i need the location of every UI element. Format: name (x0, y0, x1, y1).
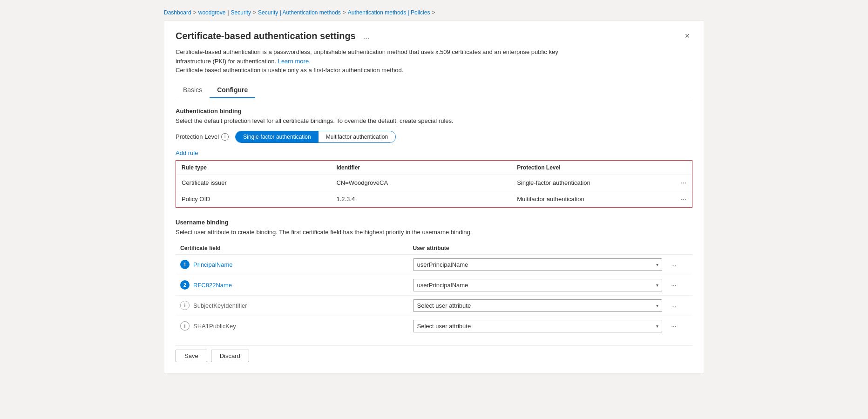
breadcrumb-policies[interactable]: Authentication methods | Policies (348, 9, 430, 16)
ub-row-actions-3[interactable]: ··· (667, 316, 693, 336)
ub-cert-field-2: iSubjectKeyIdentifier (176, 295, 408, 316)
cert-badge-3: i (180, 321, 190, 331)
cert-field-text-3: SHA1PublicKey (193, 323, 236, 330)
footer-buttons: Save Discard (176, 345, 692, 362)
breadcrumb-dashboard[interactable]: Dashboard (164, 9, 191, 16)
cert-badge-2: i (180, 301, 190, 310)
protection-level-label: Protection Level i (176, 133, 229, 141)
table-row: Policy OID 1.2.3.4 Multifactor authentic… (176, 191, 692, 207)
col-user-attr: User attribute (408, 242, 667, 255)
ub-table-row: iSHA1PublicKeySelect user attribute▾··· (176, 316, 692, 336)
ub-user-attr-0: userPrincipalName▾ (408, 254, 667, 275)
cert-badge-0: 1 (180, 260, 190, 269)
ub-table-row: 1PrincipalNameuserPrincipalName▾··· (176, 254, 692, 275)
main-panel: Certificate-based authentication setting… (164, 20, 704, 374)
tabs-bar: Basics Configure (176, 82, 692, 98)
panel-header-left: Certificate-based authentication setting… (176, 31, 372, 41)
protection-toggle-group: Single-factor authentication Multifactor… (235, 131, 396, 143)
username-binding-section: Username binding Select user attribute t… (176, 219, 692, 336)
col-header-identifier: Identifier (331, 161, 511, 175)
panel-header: Certificate-based authentication setting… (176, 30, 692, 42)
identifier-2: 1.2.3.4 (331, 191, 511, 207)
close-button[interactable]: × (682, 30, 692, 42)
info-icon[interactable]: i (221, 133, 229, 141)
col-header-actions (666, 161, 692, 175)
add-rule-link[interactable]: Add rule (176, 149, 198, 156)
ub-row-actions-2[interactable]: ··· (667, 295, 693, 316)
ellipsis-button[interactable]: ... (360, 31, 372, 41)
ub-cert-field-1: 2RFC822Name (176, 275, 408, 295)
discard-button[interactable]: Discard (211, 350, 249, 362)
ub-table-row: 2RFC822NameuserPrincipalName▾··· (176, 275, 692, 295)
ub-table-row: iSubjectKeyIdentifierSelect user attribu… (176, 295, 692, 316)
ub-user-attr-1: userPrincipalName▾ (408, 275, 667, 295)
auth-binding-title: Authentication binding (176, 108, 692, 115)
ub-cert-field-0: 1PrincipalName (176, 254, 408, 275)
ub-row-actions-1[interactable]: ··· (667, 275, 693, 295)
breadcrumb-security[interactable]: Security (231, 9, 251, 16)
rules-table: Rule type Identifier Protection Level Ce… (176, 161, 692, 207)
ub-user-attr-2: Select user attribute▾ (408, 295, 667, 316)
breadcrumb-woodgrove[interactable]: woodgrove (198, 9, 226, 16)
desc-main: Certificate-based authentication is a pa… (176, 48, 558, 65)
cert-badge-1: 2 (180, 280, 190, 290)
tab-configure[interactable]: Configure (210, 82, 255, 98)
user-attr-select-0[interactable]: userPrincipalName (413, 258, 662, 271)
cert-field-link-1[interactable]: RFC822Name (193, 282, 232, 289)
rule-type-1: Certificate issuer (176, 175, 331, 191)
col-cert-field: Certificate field (176, 242, 408, 255)
username-binding-title: Username binding (176, 219, 692, 226)
ub-cert-field-3: iSHA1PublicKey (176, 316, 408, 336)
identifier-1: CN=WoodgroveCA (331, 175, 511, 191)
desc-secondary: Certificate based authentication is usab… (176, 67, 403, 74)
rules-table-header: Rule type Identifier Protection Level (176, 161, 692, 175)
tab-basics[interactable]: Basics (176, 82, 210, 98)
col-header-rule-type: Rule type (176, 161, 331, 175)
username-binding-desc: Select user attribute to create binding.… (176, 229, 692, 236)
row-actions-2[interactable]: ··· (666, 191, 692, 207)
ub-user-attr-3: Select user attribute▾ (408, 316, 667, 336)
username-binding-table: Certificate field User attribute 1Princi… (176, 242, 692, 336)
breadcrumb-auth-methods[interactable]: Security | Authentication methods (258, 9, 341, 16)
col-header-protection: Protection Level (511, 161, 666, 175)
save-button[interactable]: Save (176, 350, 207, 362)
protection-level-1: Single-factor authentication (511, 175, 666, 191)
table-row: Certificate issuer CN=WoodgroveCA Single… (176, 175, 692, 191)
cert-field-link-0[interactable]: PrincipalName (193, 261, 233, 268)
user-attr-select-2[interactable]: Select user attribute (413, 299, 662, 312)
auth-binding-desc: Select the default protection level for … (176, 117, 692, 124)
ub-table-header: Certificate field User attribute (176, 242, 692, 255)
cert-field-text-2: SubjectKeyIdentifier (193, 302, 247, 309)
protection-level-row: Protection Level i Single-factor authent… (176, 131, 692, 143)
ub-row-actions-0[interactable]: ··· (667, 254, 693, 275)
col-ub-actions (667, 242, 693, 255)
toggle-multi-factor[interactable]: Multifactor authentication (319, 131, 395, 142)
user-attr-select-3[interactable]: Select user attribute (413, 320, 662, 332)
breadcrumb: Dashboard > woodgrove | Security > Secur… (164, 9, 704, 16)
rules-table-wrapper: Rule type Identifier Protection Level Ce… (176, 160, 692, 208)
learn-more-link[interactable]: Learn more. (278, 58, 311, 65)
row-actions-1[interactable]: ··· (666, 175, 692, 191)
panel-title: Certificate-based authentication setting… (176, 31, 356, 41)
protection-level-2: Multifactor authentication (511, 191, 666, 207)
rule-type-2: Policy OID (176, 191, 331, 207)
description-block: Certificate-based authentication is a pa… (176, 47, 595, 75)
toggle-single-factor[interactable]: Single-factor authentication (236, 131, 318, 142)
user-attr-select-1[interactable]: userPrincipalName (413, 279, 662, 291)
